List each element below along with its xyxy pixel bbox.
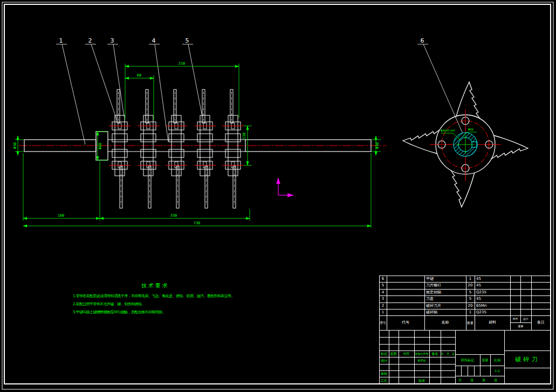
tb-label-mark: 标记 (379, 350, 389, 357)
end-view: Φ30H7/k6 Φ60 (403, 82, 528, 207)
bom-header-code: 代号 (387, 315, 424, 330)
bom-row-name: 固定销轴 (424, 289, 466, 295)
bom-row-qty: 5 (466, 289, 475, 295)
bom-row-qty: 1 (466, 309, 475, 315)
dim-730: 730 (194, 221, 201, 225)
bom-row-material: 45 (475, 276, 510, 282)
part-label-5: 5 (186, 37, 189, 44)
bom-row-material: Q235 (475, 289, 510, 295)
part-label-4: 4 (152, 37, 156, 44)
drawing-frame (2, 2, 553, 389)
bom-header-material: 材料 (475, 315, 510, 330)
tb-label-audit: 审核 (379, 370, 389, 377)
dim-hub-od: Φ60 (468, 128, 473, 131)
tb-label-mass: 质量 (480, 354, 490, 366)
dim-shaft-right: Φ30 (375, 142, 380, 149)
drawing-linework: 1 2 3 4 5 6 (0, 0, 556, 392)
bom-row-name: 刀片螺钉 (424, 282, 466, 289)
bom-row-no: 4 (379, 289, 387, 295)
bom-row-qty: 20 (466, 302, 475, 309)
main-view: 1 2 3 4 5 6 (13, 37, 464, 228)
tb-sheet-page-label: 第 (480, 376, 488, 384)
part-label-6: 6 (421, 37, 424, 44)
bom-row-qty: 1 (466, 276, 475, 282)
axis-marker (278, 178, 293, 195)
cad-drawing-canvas: 1 2 3 4 5 6 (0, 0, 556, 392)
bom-row-no: 5 (379, 282, 387, 289)
tb-sheet-total-unit: 张 (468, 376, 476, 384)
dim-blade: 130 (242, 133, 246, 140)
dim-160: 160 (58, 214, 65, 218)
tb-scale-value: 1:2 (490, 366, 504, 376)
part-label-3: 3 (111, 37, 114, 44)
bom-row-material: 45 (475, 282, 510, 289)
bom-header-unit: 单件 (510, 315, 520, 322)
bom-row-no: 1 (379, 309, 387, 315)
dim-hub: Φ60 (98, 143, 102, 150)
tb-label-zone: 分区 (399, 350, 414, 357)
tb-label-sign: 签名 (429, 350, 441, 357)
dim-210: 210 (179, 61, 186, 66)
bom-row-qty: 5 (466, 295, 475, 302)
bom-header-remark: 备注 (531, 315, 551, 330)
bom-row-no: 2 (379, 302, 387, 309)
bom-row-material: 45 (475, 295, 510, 302)
tech-req-line-2: 2.装配过程中零件不允许磕、碰、划伤和锈蚀。 (73, 301, 145, 307)
blade-assemblies (109, 90, 244, 208)
bom-header-weight: 重量 (510, 322, 531, 330)
bom-row-material: 65Mn (475, 302, 510, 309)
tb-label-standard: 标准化 (414, 357, 429, 364)
bom-row-name: 破碎刀片 (424, 302, 466, 309)
bom-row-qty: 20 (466, 282, 475, 289)
bom-row-no: 3 (379, 295, 387, 302)
tb-sheet-total-label: 共 (456, 376, 464, 384)
tb-label-scale: 比例 (490, 354, 504, 366)
dim-shaft-left: Φ30 (13, 142, 17, 149)
bom-header-qty: 数量 (466, 315, 475, 330)
dim-330: 330 (170, 214, 177, 218)
dim-bore: Φ30H7/k6 (441, 129, 455, 132)
bom-row-no: 6 (379, 276, 387, 282)
bom-row-material: Q235 (475, 309, 510, 315)
bom-row-name: 刀盘 (424, 295, 466, 302)
bom-header-no: 序号 (379, 315, 387, 330)
dim-60: 60 (137, 73, 141, 78)
bom-header-total: 总计 (520, 315, 531, 322)
bom-row-name: 平键 (424, 276, 466, 282)
bom-header-name: 名称 (424, 315, 466, 330)
drawing-title: 破碎刀 (504, 350, 551, 368)
tech-req-line-1: 1.零件在装配前必须清理和清洗干净，不得有毛刺、飞边、氧化皮、锈蚀、切屑、油污、… (73, 293, 235, 299)
tb-label-design: 设计 (379, 357, 389, 364)
tb-label-change-file: 更改文件号 (414, 350, 429, 357)
part-label-2: 2 (88, 37, 92, 44)
bom-row-name: 破碎轴 (424, 309, 466, 315)
tb-label-count: 处数 (389, 350, 399, 357)
tb-label-approve: 批准 (414, 377, 429, 384)
tech-req-line-3: 3.平键与轴上键槽两侧面应均匀接触，其配合面不得有间隙。 (73, 310, 166, 315)
tb-sheet-page-unit: 张 (492, 376, 499, 384)
tb-label-process: 工艺 (379, 377, 389, 384)
tb-label-date: 年、月、日 (441, 350, 455, 357)
tech-req-title: 技术要求 (141, 282, 169, 290)
tb-label-stage: 阶段标记 (455, 354, 480, 366)
part-label-1: 1 (59, 37, 63, 44)
